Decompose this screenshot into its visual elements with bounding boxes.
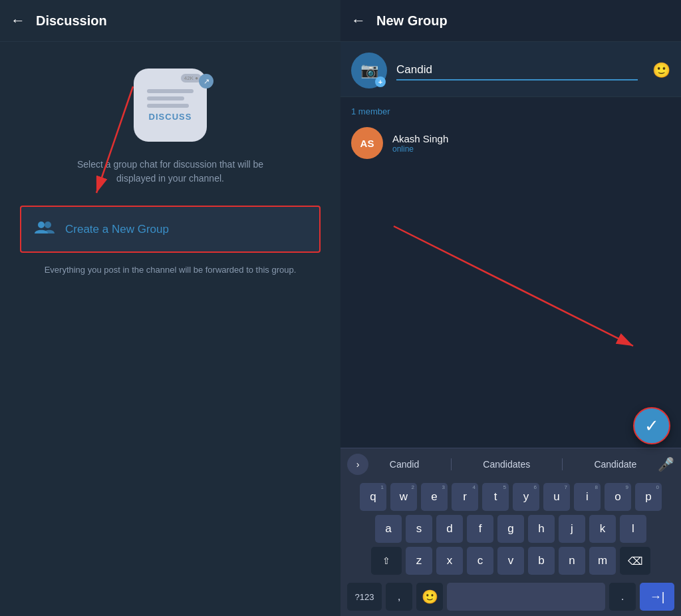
- confirm-fab-button[interactable]: ✓: [633, 407, 670, 444]
- left-title: Discussion: [36, 13, 107, 29]
- divider-2: [562, 458, 563, 470]
- svg-line-5: [394, 226, 633, 346]
- mic-button[interactable]: 🎤: [658, 456, 674, 472]
- discuss-line-2: [147, 96, 184, 100]
- key-h[interactable]: h: [528, 515, 555, 543]
- key-k[interactable]: k: [589, 515, 616, 543]
- members-count: 1 member: [351, 106, 670, 116]
- key-o[interactable]: 9o: [605, 483, 631, 511]
- left-panel: ← Discussion 42K ● DISCUSS ↗ Select a gr…: [0, 0, 340, 616]
- back-button-left[interactable]: ←: [11, 12, 25, 29]
- member-status: online: [392, 144, 448, 154]
- key-a[interactable]: a: [375, 515, 402, 543]
- camera-button[interactable]: 📷 +: [351, 53, 387, 88]
- discuss-icon: 42K ● DISCUSS ↗: [134, 69, 207, 142]
- suggestion-candidates[interactable]: Candidates: [477, 456, 535, 472]
- svg-point-1: [45, 222, 51, 228]
- key-row-3: ⇧ z x c v b n m ⌫: [340, 547, 681, 575]
- keyboard-area: › Candid Candidates Candidate 🎤 1q 2w 3e…: [340, 448, 681, 616]
- camera-icon: 📷: [360, 62, 378, 79]
- left-content: 42K ● DISCUSS ↗ Select a group chat for …: [0, 42, 340, 290]
- left-header: ← Discussion: [0, 0, 340, 42]
- suggestion-candidate[interactable]: Candidate: [589, 456, 642, 472]
- key-period[interactable]: .: [609, 583, 636, 611]
- key-123[interactable]: ?123: [347, 583, 382, 611]
- group-name-input-wrap: [396, 61, 638, 80]
- create-group-label: Create a New Group: [65, 223, 169, 236]
- group-name-area: 📷 + 🙂: [340, 42, 681, 97]
- key-l[interactable]: l: [620, 515, 646, 543]
- key-d[interactable]: d: [436, 515, 463, 543]
- key-return[interactable]: →|: [640, 583, 674, 611]
- member-avatar: AS: [351, 127, 383, 159]
- key-i[interactable]: 8i: [574, 483, 601, 511]
- key-u[interactable]: 7u: [543, 483, 570, 511]
- key-x[interactable]: x: [436, 547, 463, 575]
- share-icon: ↗: [199, 74, 213, 88]
- key-v[interactable]: v: [497, 547, 524, 575]
- svg-point-0: [38, 222, 45, 228]
- discuss-label: DISCUSS: [149, 112, 192, 122]
- select-text: Select a group chat for discussion that …: [57, 158, 283, 186]
- discuss-line-1: [147, 89, 194, 93]
- bottom-row: ?123 , 🙂 . →|: [340, 580, 681, 616]
- create-group-button[interactable]: Create a New Group: [20, 206, 321, 253]
- suggestions-bar: › Candid Candidates Candidate 🎤: [340, 448, 681, 480]
- right-title: New Group: [376, 13, 448, 29]
- emoji-button[interactable]: 🙂: [652, 62, 670, 79]
- suggestion-candid[interactable]: Candid: [384, 456, 424, 472]
- key-e[interactable]: 3e: [421, 483, 448, 511]
- key-space[interactable]: [447, 583, 605, 611]
- check-icon: ✓: [644, 416, 659, 436]
- shift-key[interactable]: ⇧: [371, 547, 402, 575]
- backspace-key[interactable]: ⌫: [620, 547, 650, 575]
- suggestions-expand-button[interactable]: ›: [347, 454, 368, 475]
- member-name: Akash Singh: [392, 133, 448, 144]
- camera-plus-icon: +: [375, 77, 386, 87]
- key-row-1: 1q 2w 3e 4r 5t 6y 7u 8i 9o 0p: [340, 483, 681, 511]
- member-item: AS Akash Singh online: [351, 122, 670, 164]
- key-c[interactable]: c: [467, 547, 493, 575]
- key-g[interactable]: g: [497, 515, 524, 543]
- discuss-line-3: [147, 104, 189, 108]
- key-m[interactable]: m: [589, 547, 616, 575]
- key-emoji[interactable]: 🙂: [416, 583, 443, 611]
- key-n[interactable]: n: [559, 547, 585, 575]
- right-panel: ← New Group 📷 + 🙂 1 member AS Akash Sing…: [340, 0, 681, 616]
- member-info: Akash Singh online: [392, 133, 448, 154]
- key-w[interactable]: 2w: [390, 483, 417, 511]
- back-button-right[interactable]: ←: [351, 12, 366, 29]
- group-name-input[interactable]: [396, 61, 638, 80]
- key-z[interactable]: z: [406, 547, 432, 575]
- key-r[interactable]: 4r: [452, 483, 478, 511]
- divider-1: [451, 458, 452, 470]
- suggestions-list: Candid Candidates Candidate: [371, 456, 655, 472]
- discuss-lines: [147, 89, 194, 108]
- key-b[interactable]: b: [528, 547, 555, 575]
- key-comma[interactable]: ,: [386, 583, 412, 611]
- key-j[interactable]: j: [559, 515, 585, 543]
- key-s[interactable]: s: [406, 515, 432, 543]
- group-icon: [35, 219, 55, 239]
- key-p[interactable]: 0p: [635, 483, 662, 511]
- members-section: 1 member AS Akash Singh online: [340, 97, 681, 170]
- key-t[interactable]: 5t: [482, 483, 509, 511]
- keyboard-rows: 1q 2w 3e 4r 5t 6y 7u 8i 9o 0p a s d f g …: [340, 480, 681, 580]
- key-row-2: a s d f g h j k l: [340, 515, 681, 543]
- key-f[interactable]: f: [467, 515, 493, 543]
- right-header: ← New Group: [340, 0, 681, 42]
- key-q[interactable]: 1q: [360, 483, 386, 511]
- key-y[interactable]: 6y: [513, 483, 539, 511]
- forwarded-text: Everything you post in the channel will …: [42, 263, 299, 277]
